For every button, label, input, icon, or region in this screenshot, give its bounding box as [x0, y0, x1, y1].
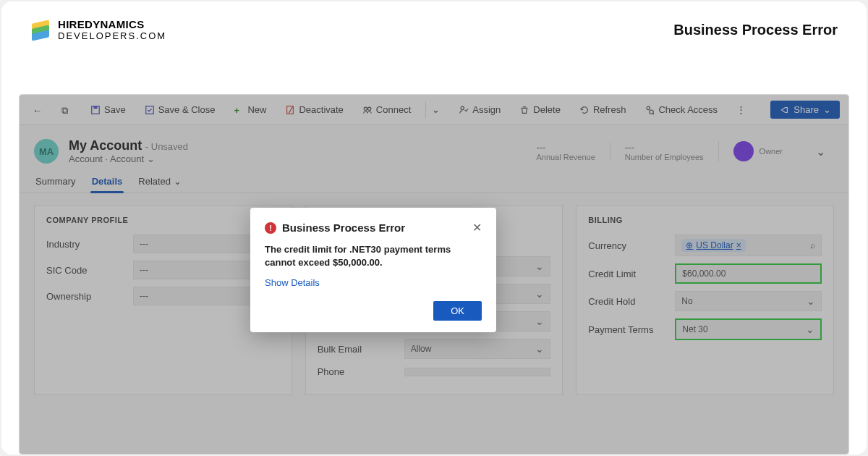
logo-line1: HIREDYNAMICS — [58, 19, 166, 31]
page-title: Business Process Error — [673, 22, 838, 38]
logo: HIREDYNAMICS DEVELOPERS.COM — [30, 19, 166, 41]
logo-icon — [30, 20, 51, 40]
ok-button[interactable]: OK — [433, 301, 482, 321]
logo-line2: DEVELOPERS.COM — [58, 31, 166, 41]
show-details-link[interactable]: Show Details — [265, 277, 482, 288]
error-icon: ! — [265, 222, 276, 234]
error-dialog: ! Business Process Error ✕ The credit li… — [250, 208, 496, 332]
close-button[interactable]: ✕ — [472, 221, 482, 235]
dialog-title: Business Process Error — [282, 221, 467, 234]
dialog-message: The credit limit for .NET30 payment term… — [265, 243, 482, 269]
